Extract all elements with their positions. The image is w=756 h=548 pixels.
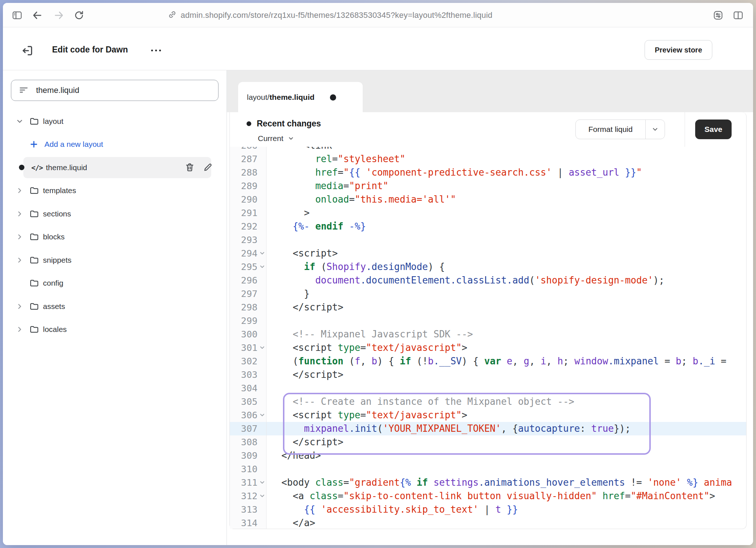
more-menu-icon[interactable]: [151, 50, 161, 51]
code-line-289[interactable]: 289 media="print": [230, 179, 746, 193]
code-line-300[interactable]: 300 <!-- Mixpanel Javascript SDK -->: [230, 328, 746, 341]
version-dropdown[interactable]: Current: [258, 134, 294, 143]
search-value: theme.liquid: [36, 86, 79, 95]
chevron-right-icon[interactable]: [15, 210, 24, 218]
code-line-310[interactable]: 310: [230, 462, 746, 476]
chevron-right-icon[interactable]: [15, 256, 24, 265]
chevron-down-icon[interactable]: [15, 117, 24, 126]
code-line-303[interactable]: 303 </script>: [230, 368, 746, 381]
code-line-297[interactable]: 297 }: [230, 287, 746, 301]
code-text: rel="stylesheet": [259, 152, 405, 166]
chevron-right-icon[interactable]: [15, 186, 24, 195]
folder-icon: [29, 116, 39, 126]
folder-icon: [29, 255, 39, 265]
extensions-icon[interactable]: [712, 9, 724, 21]
line-number: 299: [230, 314, 257, 328]
line-number: 290: [230, 193, 257, 206]
code-line-287[interactable]: 287 rel="stylesheet": [230, 152, 746, 166]
code-line-313[interactable]: 313 {{ 'accessibility.skip_to_text' | t …: [230, 503, 746, 516]
pencil-icon[interactable]: [202, 161, 214, 173]
code-line-288[interactable]: 288 href="{{ 'component-predictive-searc…: [230, 166, 746, 179]
sidebar-item-snippets[interactable]: snippets: [11, 248, 218, 272]
line-number: 300: [230, 328, 257, 341]
line-number: 286: [230, 147, 257, 152]
line-number: 296: [230, 274, 257, 287]
folder-label: config: [43, 279, 63, 287]
format-liquid-button[interactable]: Format liquid: [575, 120, 665, 139]
line-number: 311: [230, 476, 257, 489]
fold-toggle-icon[interactable]: [259, 493, 265, 499]
chevron-down-icon: [288, 135, 294, 142]
address-bar[interactable]: admin.shopify.com/store/rzq1xu-f5/themes…: [168, 8, 492, 23]
trash-icon[interactable]: [184, 161, 196, 173]
code-line-299[interactable]: 299: [230, 314, 746, 328]
back-icon[interactable]: [31, 9, 43, 21]
code-text: href="{{ 'component-predictive-search.cs…: [259, 166, 642, 179]
line-number: 305: [230, 395, 257, 408]
chevron-right-icon[interactable]: [15, 302, 24, 311]
code-line-312[interactable]: 312 <a class="skip-to-content-link butto…: [230, 489, 746, 503]
code-viewport[interactable]: 286 <link287 rel="stylesheet"288 href="{…: [230, 147, 746, 529]
preview-store-button[interactable]: Preview store: [645, 40, 712, 60]
save-button[interactable]: Save: [695, 120, 732, 139]
sidebar-item-layout[interactable]: layout: [11, 110, 218, 133]
browser-toolbar: admin.shopify.com/store/rzq1xu-f5/themes…: [3, 3, 753, 27]
add-layout-action[interactable]: Add a new layout: [11, 133, 218, 156]
line-number: 287: [230, 152, 257, 166]
fold-toggle-icon[interactable]: [259, 344, 265, 351]
exit-icon[interactable]: [20, 43, 35, 58]
line-number: 302: [230, 355, 257, 368]
sidebar-item-assets[interactable]: assets: [11, 295, 218, 318]
line-number: 303: [230, 368, 257, 381]
gutter-border: [266, 147, 267, 529]
code-line-293[interactable]: 293: [230, 233, 746, 247]
page-title: Edit code for Dawn: [52, 45, 128, 55]
line-number: 307: [230, 422, 257, 435]
line-number: 313: [230, 503, 257, 516]
sidebar-item-sections[interactable]: sections: [11, 202, 218, 226]
sidebar-item-templates[interactable]: templates: [11, 179, 218, 203]
chevron-right-icon[interactable]: [15, 325, 24, 334]
code-line-290[interactable]: 290 onload="this.media='all'": [230, 193, 746, 206]
tab-theme-liquid[interactable]: layout/theme.liquid: [238, 82, 363, 113]
code-line-298[interactable]: 298 </script>: [230, 301, 746, 314]
code-line-311[interactable]: 311 <body class="gradient{% if settings.…: [230, 476, 746, 489]
fold-toggle-icon[interactable]: [259, 412, 265, 418]
forward-icon[interactable]: [53, 9, 65, 21]
chevron-right-icon[interactable]: [15, 232, 24, 241]
code-line-296[interactable]: 296 document.documentElement.classList.a…: [230, 274, 746, 287]
right-sidebar-icon[interactable]: [732, 9, 744, 21]
code-line-301[interactable]: 301 <script type="text/javascript">: [230, 341, 746, 355]
app-header: Edit code for Dawn Preview store: [3, 28, 753, 70]
folder-icon: [29, 324, 39, 334]
code-line-292[interactable]: 292 {%- endif -%}: [230, 220, 746, 233]
fold-toggle-icon[interactable]: [259, 479, 265, 486]
editor-toolbar: Recent changes Current Format liquid Sav…: [230, 112, 746, 147]
line-number: 314: [230, 516, 257, 529]
sidebar-toggle-icon[interactable]: [11, 9, 23, 21]
fold-toggle-icon[interactable]: [259, 263, 265, 270]
line-number: 298: [230, 301, 257, 314]
link-icon: [168, 10, 177, 21]
code-line-302[interactable]: 302 (function (f, b) { if (!b.__SV) { va…: [230, 355, 746, 368]
code-line-291[interactable]: 291 >: [230, 206, 746, 220]
line-number: 306: [230, 408, 257, 422]
sidebar-item-blocks[interactable]: blocks: [11, 226, 218, 249]
code-line-314[interactable]: 314 </a>: [230, 516, 746, 529]
code-line-295[interactable]: 295 if (Shopify.designMode) {: [230, 260, 746, 274]
file-search-input[interactable]: theme.liquid: [11, 80, 218, 101]
code-text: </script>: [259, 368, 343, 381]
code-text: <link: [259, 147, 332, 152]
code-line-294[interactable]: 294 <script>: [230, 247, 746, 260]
sidebar-item-config[interactable]: config: [11, 272, 218, 295]
fold-toggle-icon[interactable]: [259, 250, 265, 257]
reload-icon[interactable]: [73, 9, 85, 21]
code-text: </a>: [259, 516, 315, 529]
format-options-toggle[interactable]: [646, 126, 665, 133]
line-number: 297: [230, 287, 257, 301]
sidebar-item-locales[interactable]: locales: [11, 318, 218, 341]
sidebar-item-theme-liquid[interactable]: </>theme.liquid: [11, 156, 218, 179]
code-line-286[interactable]: 286 <link: [230, 147, 746, 152]
code-text: </script>: [259, 301, 343, 314]
line-number: 309: [230, 449, 257, 462]
